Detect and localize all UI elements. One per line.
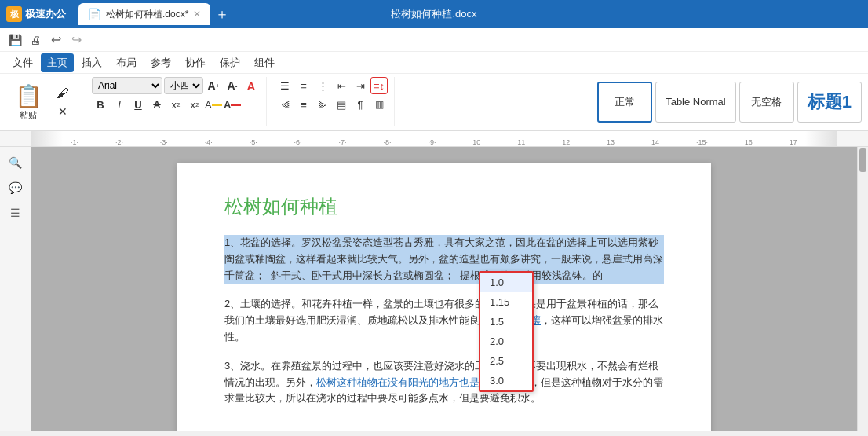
ls-item-1.0[interactable]: 1.0: [480, 273, 532, 292]
style-no-space[interactable]: 无空格: [739, 82, 794, 123]
paste-group: 📋 粘贴 🖌 ✕: [6, 77, 82, 126]
redo-button[interactable]: ↪: [67, 31, 85, 49]
print-button[interactable]: 🖨: [27, 31, 44, 49]
clear-format-button[interactable]: ✕: [50, 104, 75, 119]
menu-component[interactable]: 组件: [248, 53, 281, 72]
font-size-select[interactable]: 小四: [164, 77, 203, 94]
menu-bar: 文件 主页 插入 布局 参考 协作 保护 组件: [0, 52, 868, 74]
right-scrollbar[interactable]: [857, 147, 868, 431]
strikethrough-button[interactable]: A: [148, 96, 166, 113]
bold-button[interactable]: B: [92, 96, 109, 113]
doc-tab-icon: 📄: [88, 8, 101, 20]
paragraph-2: 2、土壤的选择。和花卉种植一样，盆景的土壤也有很多的讲究，如果是用于盆景种植的话…: [224, 296, 664, 345]
menu-reference[interactable]: 参考: [144, 53, 177, 72]
document-page: 松树如何种植 1、花盆的选择。罗汉松盆景姿态造型苍古秀雅，具有大家之范，因此在盆…: [177, 163, 711, 431]
left-sidebar: 🔍 💬 ☰: [0, 147, 31, 431]
italic-button[interactable]: I: [111, 96, 128, 113]
font-row-1: Arial 小四 A+ A- A: [92, 77, 260, 94]
style-normal[interactable]: 正常: [597, 82, 652, 123]
indent-decrease-button[interactable]: ⇤: [333, 77, 350, 94]
format-painter-button[interactable]: 🖌: [50, 85, 75, 102]
document-title: 松树如何种植: [224, 194, 664, 219]
logo-icon: 极: [6, 6, 22, 22]
paste-group-top: 📋 粘贴 🖌 ✕: [9, 77, 75, 126]
line-spacing-dropdown[interactable]: 1.0 1.15 1.5 2.0 2.5 3.0: [479, 271, 534, 392]
undo-button[interactable]: ↩: [47, 31, 64, 49]
ruler-area: ·1··2··3··4··5··6··7··8··9·1011121314·15…: [0, 131, 868, 147]
ls-item-1.5[interactable]: 1.5: [480, 312, 532, 332]
ruler-right-side: [837, 131, 868, 146]
align-center-button[interactable]: ≡: [295, 96, 312, 113]
menu-file[interactable]: 文件: [6, 53, 39, 72]
menu-insert[interactable]: 插入: [75, 53, 108, 72]
font-name-select[interactable]: Arial: [92, 77, 162, 94]
unordered-list-button[interactable]: ☰: [276, 77, 294, 94]
para-1-text: 1、花盆的选择。罗汉松盆景姿态造型苍古秀雅，具有大家之范，因此在盆的选择上可以选…: [224, 236, 663, 281]
pilcrow-button[interactable]: ¶: [352, 96, 369, 113]
increase-font-button[interactable]: A+: [205, 77, 222, 94]
style-heading1[interactable]: 标题1: [797, 82, 862, 123]
styles-area: 正常 Table Normal 无空格 标题1: [597, 77, 862, 126]
para-2-text: 2、土壤的选择。和花卉种植一样，盆景的土壤也有很多的讲究，如果是用于盆景种植的话…: [224, 298, 663, 343]
paste-button[interactable]: 📋 粘贴: [9, 80, 47, 124]
style-no-space-label: 无空格: [751, 95, 782, 109]
align-left-button[interactable]: ⫷: [276, 96, 294, 113]
highlight-color-bar: [212, 104, 222, 106]
ls-item-3.0[interactable]: 3.0: [480, 371, 532, 390]
ls-item-2.5[interactable]: 2.5: [480, 351, 532, 371]
save-button[interactable]: 💾: [6, 31, 24, 49]
justify-button[interactable]: ▤: [333, 96, 350, 113]
menu-collaborate[interactable]: 协作: [179, 53, 212, 72]
doc-tab[interactable]: 📄 松树如何种植.docx* ✕: [78, 3, 210, 25]
font-color-icon: A: [224, 99, 231, 111]
font-row-2: B I U A x2 x2 A A: [92, 96, 260, 113]
ls-item-1.15[interactable]: 1.15: [480, 292, 532, 312]
scrollbar-thumb[interactable]: [859, 148, 866, 172]
line-spacing-button[interactable]: ≡↕: [370, 77, 388, 94]
search-sidebar-button[interactable]: 🔍: [6, 153, 25, 172]
doc-scroll-area[interactable]: 1.0 1.15 1.5 2.0 2.5 3.0 松树如何种植 1、花盆的选择。…: [31, 147, 857, 431]
app-name: 极速办公: [25, 7, 66, 21]
ruler-left-side: [0, 131, 31, 146]
toolbar-area: 💾 🖨 ↩ ↪ 文件 主页 插入 布局 参考 协作 保护 组件 📋 粘贴 🖌: [0, 28, 868, 131]
ls-item-2.0[interactable]: 2.0: [480, 332, 532, 351]
format-painter-icon: 🖌: [57, 86, 69, 101]
title-bar: 极 极速办公 📄 松树如何种植.docx* ✕ ＋ 松树如何种植.docx: [0, 0, 868, 28]
para-row-2: ⫷ ≡ ⫸ ▤ ¶ ▥: [276, 96, 388, 113]
multilevel-list-button[interactable]: ⋮: [314, 77, 331, 94]
indent-increase-button[interactable]: ⇥: [352, 77, 369, 94]
window-title: 松树如何种植.docx: [391, 7, 476, 21]
menu-protect[interactable]: 保护: [213, 53, 246, 72]
highlight-icon: A: [205, 99, 212, 111]
paragraph-controls: ☰ ≡ ⋮ ⇤ ⇥ ≡↕ ⫷ ≡ ⫸ ▤ ¶ ▥: [276, 77, 388, 113]
paragraph-group: ☰ ≡ ⋮ ⇤ ⇥ ≡↕ ⫷ ≡ ⫸ ▤ ¶ ▥: [273, 77, 395, 126]
font-color-A-button[interactable]: A: [243, 77, 260, 94]
quick-toolbar: 💾 🖨 ↩ ↪: [0, 28, 868, 52]
menu-home[interactable]: 主页: [41, 53, 74, 72]
ruler-main: ·1··2··3··4··5··6··7··8··9·1011121314·15…: [31, 131, 837, 146]
underline-button[interactable]: U: [129, 96, 147, 113]
new-tab-button[interactable]: ＋: [215, 3, 229, 25]
font-color-bar: [231, 104, 241, 106]
para-row-1: ☰ ≡ ⋮ ⇤ ⇥ ≡↕: [276, 77, 388, 94]
font-color-button[interactable]: A: [224, 96, 241, 113]
outline-sidebar-button[interactable]: ☰: [6, 203, 25, 222]
comment-sidebar-button[interactable]: 💬: [6, 178, 25, 197]
tab-close-button[interactable]: ✕: [193, 9, 201, 20]
style-heading1-label: 标题1: [808, 90, 852, 114]
decrease-font-button[interactable]: A-: [224, 77, 241, 94]
doc-tab-label: 松树如何种植.docx*: [106, 8, 188, 21]
style-table-normal[interactable]: Table Normal: [655, 82, 736, 123]
clear-format-icon: ✕: [58, 105, 67, 118]
ordered-list-button[interactable]: ≡: [295, 77, 312, 94]
shading-button[interactable]: ▥: [370, 96, 388, 113]
subscript-button[interactable]: x2: [186, 96, 203, 113]
menu-layout[interactable]: 布局: [110, 53, 143, 72]
align-right-button[interactable]: ⫸: [314, 96, 331, 113]
superscript-button[interactable]: x2: [167, 96, 184, 113]
app-logo: 极 极速办公: [6, 6, 66, 22]
paragraph-3: 3、浇水。在养殖盆景的过程中，也应该要注意好浇水的工作，千万不要出现积水，不然会…: [224, 358, 664, 407]
highlight-button[interactable]: A: [205, 96, 222, 113]
ribbon: 📋 粘贴 🖌 ✕ Arial: [0, 74, 868, 130]
font-controls: Arial 小四 A+ A- A B I U A x2 x2: [92, 77, 260, 113]
